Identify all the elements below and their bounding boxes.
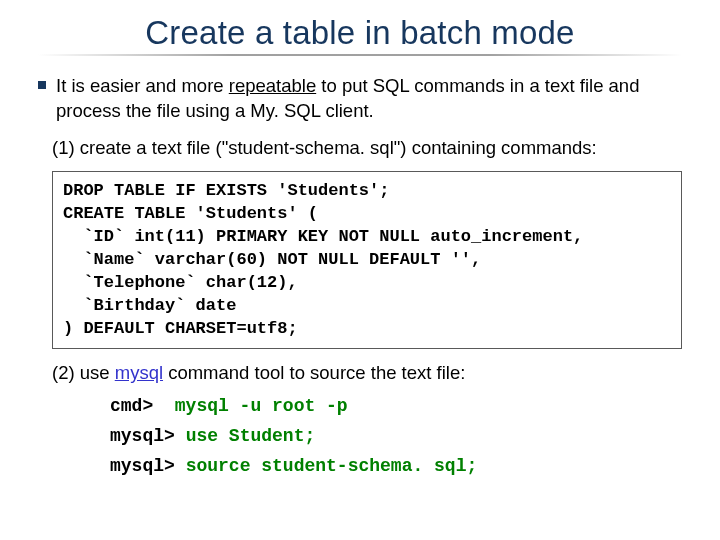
cmd3-prompt: mysql> <box>110 456 186 476</box>
cmd-line-1: cmd> mysql -u root -p <box>110 396 682 416</box>
step2-post: command tool to source the text file: <box>163 362 465 383</box>
bullet-icon <box>38 81 46 89</box>
step2-pre: (2) use <box>52 362 115 383</box>
intro-emph: repeatable <box>229 75 316 96</box>
title-underline <box>38 54 682 56</box>
slide: Create a table in batch mode It is easie… <box>0 0 720 540</box>
sql-code-block: DROP TABLE IF EXISTS 'Students'; CREATE … <box>52 171 682 350</box>
cmd-line-2: mysql> use Student; <box>110 426 682 446</box>
intro-paragraph: It is easier and more repeatable to put … <box>56 74 682 124</box>
mysql-link: mysql <box>115 362 163 383</box>
intro-bullet: It is easier and more repeatable to put … <box>38 74 682 124</box>
cmd1-body: mysql -u root -p <box>175 396 348 416</box>
cmd-line-3: mysql> source student-schema. sql; <box>110 456 682 476</box>
step1-text: (1) create a text file ("student-schema.… <box>52 136 682 161</box>
slide-title: Create a table in batch mode <box>38 14 682 52</box>
cmd3-body: source student-schema. sql; <box>186 456 478 476</box>
cmd2-prompt: mysql> <box>110 426 186 446</box>
cmd1-prompt: cmd> <box>110 396 175 416</box>
cmd2-body: use Student; <box>186 426 316 446</box>
intro-pre: It is easier and more <box>56 75 229 96</box>
step2-text: (2) use mysql command tool to source the… <box>52 361 682 386</box>
